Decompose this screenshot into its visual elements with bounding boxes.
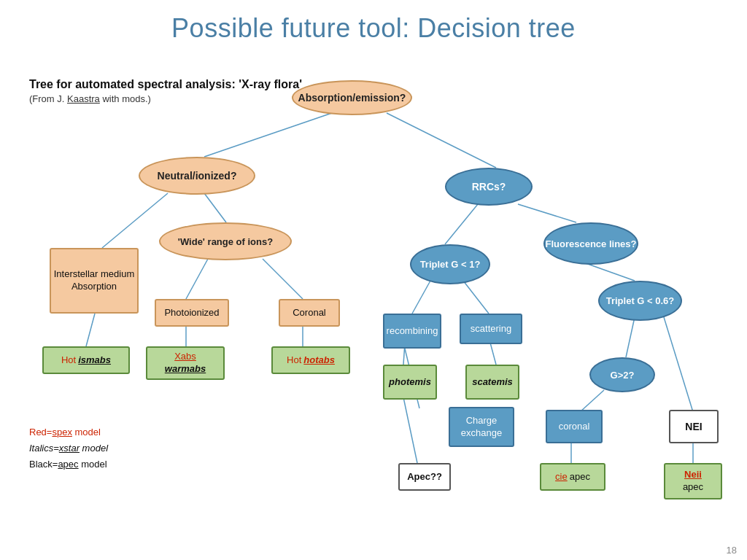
- absorption-emission-node: Absorption/emission?: [292, 80, 412, 115]
- neii-apec-node: Neii apec: [664, 463, 722, 499]
- svg-line-5: [263, 259, 303, 299]
- svg-line-20: [580, 390, 604, 412]
- svg-line-6: [86, 314, 95, 346]
- svg-line-18: [626, 317, 635, 357]
- photemis-node: photemis: [383, 365, 437, 400]
- rrcs-node: RRCs?: [445, 168, 533, 206]
- g2-node: G>2?: [589, 357, 655, 392]
- fluorescence-node: Fluorescence lines?: [543, 222, 638, 265]
- svg-line-4: [186, 259, 208, 299]
- svg-line-2: [204, 193, 226, 222]
- slide: Possible future tool: Decision tree Tree…: [0, 0, 747, 560]
- cie-apec-node: cie apec: [540, 463, 605, 491]
- apec-question-node: Apec??: [398, 463, 451, 491]
- xabs-warmabs-node: Xabs warmabs: [146, 346, 225, 380]
- coronal-blue-node: coronal: [546, 410, 603, 443]
- subtitle-text: Tree for automated spectral analysis: 'X…: [29, 77, 302, 93]
- svg-line-11: [412, 281, 430, 314]
- neutral-ionized-node: Neutral/ionized?: [139, 157, 255, 195]
- wide-range-node: 'Wide' range of ions?: [159, 222, 292, 260]
- nei-node: NEI: [669, 410, 719, 443]
- svg-line-12: [463, 281, 489, 314]
- svg-line-3: [102, 193, 168, 248]
- triplet-g1-node: Triplet G < 1?: [410, 244, 490, 284]
- page-number: 18: [727, 545, 737, 556]
- hot-hotabs-node: Hot hotabs: [271, 346, 350, 374]
- svg-line-9: [445, 204, 478, 244]
- svg-line-13: [584, 262, 635, 281]
- subtitle-block: Tree for automated spectral analysis: 'X…: [29, 77, 302, 106]
- svg-line-17: [403, 397, 417, 463]
- charge-exchange-node: Charge exchange: [449, 407, 514, 447]
- legend-red: Red=spex model: [29, 424, 108, 440]
- photoionized-node: Photoionized: [155, 299, 229, 327]
- triplet-g06-node: Triplet G < 0.6?: [598, 281, 682, 321]
- coronal-rect-node: Coronal: [279, 299, 340, 327]
- interstellar-node: Interstellar medium Absorption: [50, 248, 139, 314]
- svg-line-1: [387, 113, 496, 168]
- svg-line-19: [664, 317, 693, 412]
- legend-block: Red=spex model Italics=xstar model Black…: [29, 424, 108, 472]
- slide-title: Possible future tool: Decision tree: [0, 0, 747, 44]
- scatemis-node: scatemis: [465, 365, 519, 400]
- legend-black: Black=apec model: [29, 456, 108, 472]
- scattering-node: scattering: [460, 314, 522, 344]
- legend-italics: Italics=xstar model: [29, 440, 108, 456]
- svg-line-10: [518, 204, 576, 222]
- svg-line-0: [204, 113, 332, 157]
- from-line: (From J. Kaastra with mods.): [29, 93, 302, 106]
- svg-line-15: [490, 343, 496, 365]
- recombining-node: recombining: [383, 314, 441, 349]
- hot-ismabs-node: Hot ismabs: [42, 346, 130, 374]
